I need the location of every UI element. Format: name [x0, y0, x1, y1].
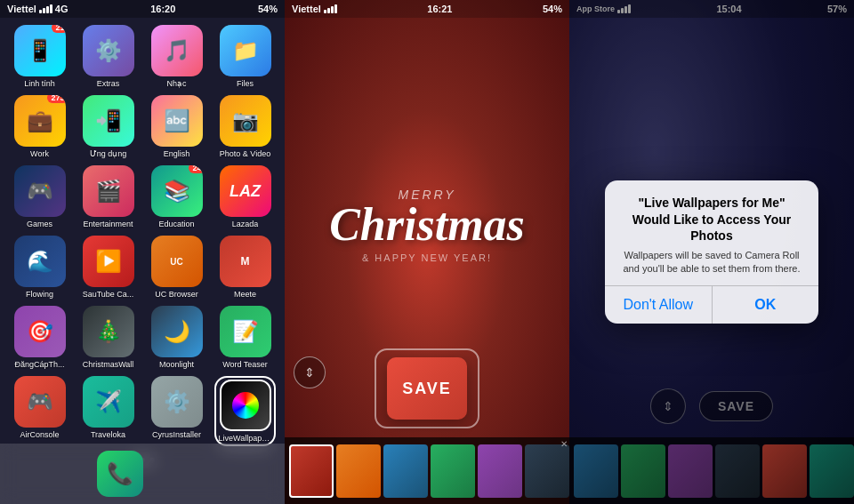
dialog-overlay: "Live Wallpapers for Me" Would Like to A… [569, 0, 854, 504]
app-entertainment[interactable]: 🎬 Entertainment [77, 165, 139, 228]
app-icon-dangcap: 🎯 [14, 306, 66, 357]
app-livewallpaper[interactable]: LiveWallpape... [214, 376, 276, 446]
status-carrier-1: Viettel 4G [7, 4, 68, 14]
sig-bar-2 [43, 8, 45, 13]
app-flowing[interactable]: 🌊 Flowing [9, 236, 70, 299]
app-games[interactable]: 🎮 Games [9, 165, 70, 228]
app-icon-cyrus: ⚙️ [151, 376, 203, 428]
app-uc[interactable]: UC UC Browser [146, 236, 207, 299]
sig-bar-3 [46, 6, 49, 13]
app-cyrus[interactable]: ⚙️ CyrusInstaller [146, 376, 207, 446]
app-icon-nhac: 🎵 [151, 25, 203, 76]
app-nhac[interactable]: 🎵 Nhạc [146, 25, 207, 88]
app-icon-traveloka: ✈️ [83, 376, 134, 428]
app-label-linh-tinh: Linh tính [24, 79, 55, 88]
app-english[interactable]: 🔤 English [146, 95, 207, 158]
app-label-entertainment: Entertainment [83, 220, 133, 228]
badge-work: 273 [47, 95, 65, 103]
dialog-message: Wallpapers will be saved to Camera Roll … [619, 249, 804, 276]
save-button-2[interactable]: SAVE [387, 357, 467, 420]
app-label-files: Files [237, 79, 254, 88]
badge-linh-tinh: 21 [52, 25, 65, 33]
app-label-english: English [164, 149, 190, 158]
app-label-education: Education [158, 220, 194, 228]
dock-phone[interactable]: 📞 [97, 451, 143, 497]
phone-2: Viettel 16:21 54% MERRY Christmas & HAPP… [285, 0, 569, 504]
app-icon-english: 🔤 [151, 95, 203, 147]
app-label-livewallpaper: LiveWallpape... [219, 434, 272, 443]
app-wordteaser[interactable]: 📝 Word Teaser [214, 306, 276, 369]
app-meete[interactable]: M Meete [214, 236, 276, 299]
time-2: 16:21 [427, 4, 452, 14]
save-button-area-2: SAVE [375, 348, 479, 428]
phone-3: App Store 15:04 57% "Live Wallpapers for… [569, 0, 854, 504]
app-icon-airconsole: 🎮 [14, 376, 66, 428]
thumb-bar-controls: ✕ [560, 439, 568, 449]
app-icon-education: 📚 24 [151, 165, 203, 217]
app-airconsole[interactable]: 🎮 AirConsole [9, 376, 70, 446]
signal-1 [39, 4, 52, 13]
app-moonlight[interactable]: 🌙 Moonlight [146, 306, 207, 369]
app-icon-lazada: LAZ [220, 165, 271, 217]
app-icon-ung-dung: 📲 [83, 95, 134, 147]
app-icon-sautube: ▶️ [83, 236, 134, 287]
app-icon-wordteaser: 📝 [220, 306, 271, 357]
app-label-ung-dung: Ứng dụng [90, 149, 127, 158]
app-icon-games: 🎮 [14, 165, 66, 217]
app-icon-uc: UC [151, 236, 203, 287]
app-ung-dung[interactable]: 📲 Ứng dụng [77, 95, 139, 158]
app-education[interactable]: 📚 24 Education [146, 165, 207, 228]
app-label-airconsole: AirConsole [20, 430, 59, 439]
app-label-flowing: Flowing [26, 290, 53, 299]
thumb-4[interactable] [431, 444, 475, 498]
thumbnail-bar-2: ✕ [285, 437, 569, 504]
app-sautube[interactable]: ▶️ SauTube Ca... [77, 236, 139, 299]
ok-button[interactable]: OK [713, 286, 819, 324]
sig-bar-1 [39, 10, 42, 13]
thumb-6[interactable] [525, 444, 569, 498]
app-label-games: Games [27, 220, 52, 228]
app-label-uc: UC Browser [155, 290, 198, 299]
status-bar-1: Viettel 4G 16:20 54% [0, 0, 285, 18]
app-label-moonlight: Moonlight [159, 360, 194, 369]
up-down-icon: ⇕ [294, 356, 326, 388]
app-icon-christmas: 🎄 [83, 306, 134, 357]
app-extras[interactable]: ⚙️ Extras [77, 25, 139, 88]
status-bar-2: Viettel 16:21 54% [285, 0, 569, 18]
thumb-5[interactable] [478, 444, 522, 498]
app-icon-extras: ⚙️ [83, 25, 134, 76]
app-label-wordteaser: Word Teaser [222, 360, 268, 369]
app-linh-tinh[interactable]: 📱 21 Linh tính [9, 25, 70, 88]
app-label-photo: Photo & Video [220, 149, 270, 158]
signal-2 [324, 4, 337, 13]
app-icon-flowing: 🌊 [14, 236, 66, 287]
app-icon-work: 💼 273 [14, 95, 66, 147]
network-1: 4G [55, 4, 68, 14]
time-1: 16:20 [150, 4, 175, 14]
app-dangcap[interactable]: 🎯 ĐăngCápTh... [9, 306, 70, 369]
app-label-nhac: Nhạc [166, 79, 186, 88]
app-label-extras: Extras [97, 79, 120, 88]
dont-allow-button[interactable]: Don't Allow [605, 286, 713, 324]
app-icon-linh-tinh: 📱 21 [14, 25, 66, 76]
app-work[interactable]: 💼 273 Work [9, 95, 70, 158]
app-label-sautube: SauTube Ca... [83, 290, 134, 299]
app-label-lazada: Lazada [232, 220, 259, 228]
dialog-title: "Live Wallpapers for Me" Would Like to A… [619, 195, 804, 244]
thumb-2[interactable] [336, 444, 381, 498]
app-files[interactable]: 📁 Files [214, 25, 276, 88]
app-icon-moonlight: 🌙 [151, 306, 203, 357]
app-icon-livewallpaper [220, 380, 271, 431]
status-left-2: Viettel [292, 4, 337, 14]
sig-bar-4 [50, 4, 52, 13]
christmas-newyear: & HAPPY NEW YEAR! [362, 252, 492, 263]
app-label-christmas: ChristmasWall [83, 360, 134, 369]
app-photo[interactable]: 📷 Photo & Video [214, 95, 276, 158]
app-christmas[interactable]: 🎄 ChristmasWall [77, 306, 139, 369]
app-lazada[interactable]: LAZ Lazada [214, 165, 276, 228]
battery-2: 54% [543, 4, 562, 14]
scroll-icon-2: ⇕ [294, 356, 326, 388]
thumb-1[interactable] [289, 444, 334, 498]
app-traveloka[interactable]: ✈️ Traveloka [77, 376, 139, 446]
thumb-3[interactable] [383, 444, 428, 498]
